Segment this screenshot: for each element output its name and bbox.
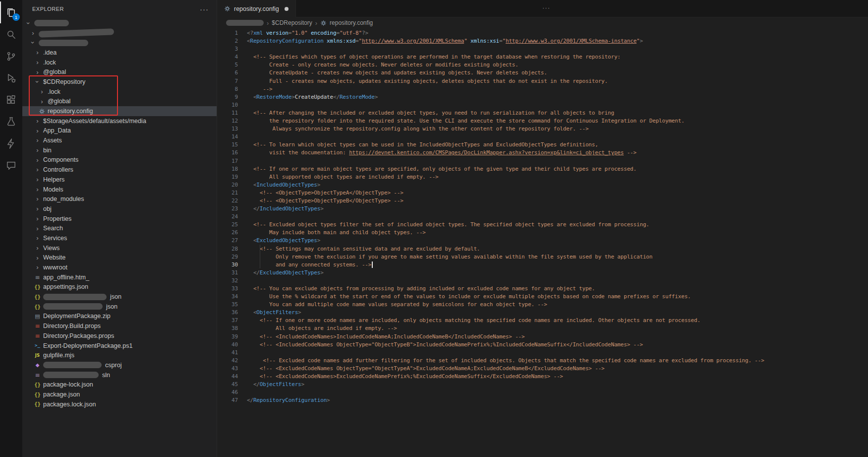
- tree-item-views[interactable]: ›Views: [22, 243, 217, 253]
- code-line-41[interactable]: 41: [217, 349, 868, 357]
- tree-item-components[interactable]: ›Components: [22, 155, 217, 165]
- tree-item-idea[interactable]: ›.idea: [22, 48, 217, 58]
- tree-item-redacted-json[interactable]: {}json: [22, 302, 217, 312]
- tree-item-redacted[interactable]: ›: [22, 38, 217, 48]
- code-line-16[interactable]: 16 visit the documentation: https://devn…: [217, 149, 868, 157]
- code-line-23[interactable]: 23 </IncludedObjectTypes>: [217, 205, 868, 213]
- tree-item-helpers[interactable]: ›Helpers: [22, 175, 217, 185]
- tree-item-storageassets-default-assets-media[interactable]: ›$StorageAssets/default/assets/media: [22, 116, 217, 126]
- code-line-29[interactable]: 29 Only remove the exclusion if you agre…: [217, 253, 868, 261]
- code-line-40[interactable]: 40 <!-- <IncludedCodeNames ObjectType="O…: [217, 341, 868, 349]
- editor-actions-icon[interactable]: ···: [542, 4, 550, 11]
- code-editor[interactable]: 1<?xml version="1.0" encoding="utf-8"?>2…: [217, 28, 868, 457]
- tree-item-gulpfile-mjs[interactable]: JSgulpfile.mjs: [22, 350, 217, 360]
- code-line-9[interactable]: 9 <RestoreMode>CreateUpdate</RestoreMode…: [217, 93, 868, 101]
- code-line-12[interactable]: 12 the repository folder into the requir…: [217, 117, 868, 125]
- tree-item-wwwroot[interactable]: ›wwwroot: [22, 262, 217, 272]
- code-line-39[interactable]: 39 <!-- <IncludedCodeNames>IncludedCodeN…: [217, 333, 868, 341]
- activity-extensions[interactable]: [0, 89, 22, 111]
- code-line-36[interactable]: 36 <ObjectFilters>: [217, 309, 868, 317]
- tree-item-website[interactable]: ›Website: [22, 253, 217, 263]
- tree-item-lock[interactable]: ›.lock: [22, 87, 217, 97]
- activity-run-debug[interactable]: [0, 67, 22, 89]
- code-line-43[interactable]: 43 <!-- <ExcludedCodeNames ObjectType="O…: [217, 365, 868, 373]
- code-line-20[interactable]: 20 <IncludedObjectTypes>: [217, 181, 868, 189]
- code-line-15[interactable]: 15 <!-- To learn which object types can …: [217, 141, 868, 149]
- code-line-45[interactable]: 45 </ObjectFilters>: [217, 381, 868, 389]
- tree-item-assets[interactable]: ›Assets: [22, 135, 217, 145]
- code-line-4[interactable]: 4 <!-- Specifies which types of object o…: [217, 53, 868, 61]
- code-line-46[interactable]: 46: [217, 389, 868, 396]
- tree-item-controllers[interactable]: ›Controllers: [22, 165, 217, 175]
- code-line-44[interactable]: 44 <!-- <ExcludedCodeNames>ExcludedCodeN…: [217, 373, 868, 381]
- code-line-38[interactable]: 38 All objects are included if empty. --…: [217, 325, 868, 332]
- code-line-14[interactable]: 14: [217, 133, 868, 141]
- breadcrumb-redacted-root[interactable]: [226, 20, 264, 26]
- tree-item-app-data[interactable]: ›App_Data: [22, 126, 217, 136]
- code-line-34[interactable]: 34 Use the % wildcard at the start or en…: [217, 293, 868, 301]
- activity-power[interactable]: [0, 132, 22, 154]
- code-line-26[interactable]: 26 May include both main and child objec…: [217, 229, 868, 237]
- more-actions-icon[interactable]: ···: [200, 5, 209, 13]
- tree-item-cdrepository[interactable]: ›$CDRepository: [22, 77, 217, 87]
- code-line-11[interactable]: 11 <!-- After changing the included or e…: [217, 109, 868, 117]
- tree-item-appsettings-json[interactable]: {}appsettings.json: [22, 282, 217, 292]
- breadcrumb-folder[interactable]: $CDRepository: [272, 19, 312, 26]
- code-line-7[interactable]: 7 Full - creates new objects, updates ex…: [217, 77, 868, 85]
- code-line-13[interactable]: 13 Always synchronize the repository.con…: [217, 125, 868, 133]
- code-line-35[interactable]: 35 You can add multiple code name values…: [217, 301, 868, 309]
- code-line-6[interactable]: 6 CreateUpdate - creates new objects and…: [217, 69, 868, 77]
- tab-repository-config[interactable]: repository.config: [217, 0, 296, 17]
- code-line-32[interactable]: 32: [217, 277, 868, 285]
- tree-item-redacted[interactable]: ›: [22, 18, 217, 28]
- tree-item-services[interactable]: ›Services: [22, 233, 217, 243]
- activity-testing[interactable]: [0, 111, 22, 132]
- code-line-24[interactable]: 24: [217, 213, 868, 221]
- tree-item-deploymentpackage-zip[interactable]: ▤DeploymentPackage.zip: [22, 312, 217, 322]
- activity-explorer[interactable]: 1: [0, 1, 22, 23]
- tree-item-redacted-csproj[interactable]: ◆csproj: [22, 360, 217, 370]
- tree-item-search[interactable]: ›Search: [22, 223, 217, 233]
- tree-item-packages-lock-json[interactable]: {}packages.lock.json: [22, 399, 217, 409]
- tree-item-lock[interactable]: ›.lock: [22, 58, 217, 67]
- code-line-3[interactable]: 3: [217, 45, 868, 53]
- code-line-17[interactable]: 17: [217, 157, 868, 165]
- tree-item-bin[interactable]: ›bin: [22, 145, 217, 155]
- code-line-21[interactable]: 21 <!-- <ObjectType>ObjectTypeA</ObjectT…: [217, 189, 868, 197]
- code-line-22[interactable]: 22 <!-- <ObjectType>ObjectTypeB</ObjectT…: [217, 197, 868, 205]
- tree-item-package-lock-json[interactable]: {}package-lock.json: [22, 380, 217, 390]
- code-line-25[interactable]: 25 <!-- Excluded object types filter the…: [217, 221, 868, 229]
- tree-item-models[interactable]: ›Models: [22, 185, 217, 195]
- tree-item-export-deploymentpackage-ps1[interactable]: >_Export-DeploymentPackage.ps1: [22, 341, 217, 351]
- tree-item-package-json[interactable]: {}package.json: [22, 390, 217, 399]
- activity-source-control[interactable]: [0, 45, 22, 67]
- code-line-42[interactable]: 42 <!-- Excluded code names add further …: [217, 357, 868, 365]
- tree-item-directory-build-props[interactable]: ≡Directory.Build.props: [22, 321, 217, 331]
- tree-item-directory-packages-props[interactable]: ≡Directory.Packages.props: [22, 331, 217, 341]
- tree-item-properties[interactable]: ›Properties: [22, 214, 217, 224]
- activity-comments[interactable]: [0, 154, 22, 176]
- tree-item-global[interactable]: ›@global: [22, 67, 217, 77]
- code-line-19[interactable]: 19 All supported object types are includ…: [217, 173, 868, 181]
- code-line-5[interactable]: 5 Create - only creates new objects. Nev…: [217, 61, 868, 69]
- tree-item-obj[interactable]: ›obj: [22, 204, 217, 214]
- code-line-30[interactable]: 30 and any connected systems. -->: [217, 261, 868, 269]
- tree-item-global[interactable]: ›@global: [22, 97, 217, 107]
- code-line-18[interactable]: 18 <!-- If one or more main object types…: [217, 165, 868, 173]
- tree-item-repository-config[interactable]: repository.config: [22, 106, 217, 116]
- tree-item-redacted-sln[interactable]: ≡sln: [22, 370, 217, 380]
- code-line-31[interactable]: 31 </ExcludedObjectTypes>: [217, 269, 868, 277]
- code-line-1[interactable]: 1<?xml version="1.0" encoding="utf-8"?>: [217, 29, 868, 37]
- code-line-47[interactable]: 47</RepositoryConfiguration>: [217, 396, 868, 404]
- code-line-27[interactable]: 27 <ExcludedObjectTypes>: [217, 237, 868, 245]
- code-line-37[interactable]: 37 <!-- If one or more code names are in…: [217, 317, 868, 325]
- code-line-33[interactable]: 33 <!-- You can exclude objects from pro…: [217, 285, 868, 293]
- code-line-2[interactable]: 2<RepositoryConfiguration xmlns:xsd="htt…: [217, 37, 868, 45]
- activity-search[interactable]: [0, 23, 22, 45]
- tree-item-redacted[interactable]: ›: [22, 28, 217, 38]
- code-line-28[interactable]: 28 <!-- Settings may contain sensitive d…: [217, 245, 868, 253]
- tree-item-node-modules[interactable]: ›node_modules: [22, 194, 217, 204]
- tree-item-app-offline-htm[interactable]: ≡app_offline.htm_: [22, 272, 217, 282]
- modified-dot-icon[interactable]: [285, 7, 289, 11]
- breadcrumb-file[interactable]: repository.config: [330, 19, 373, 26]
